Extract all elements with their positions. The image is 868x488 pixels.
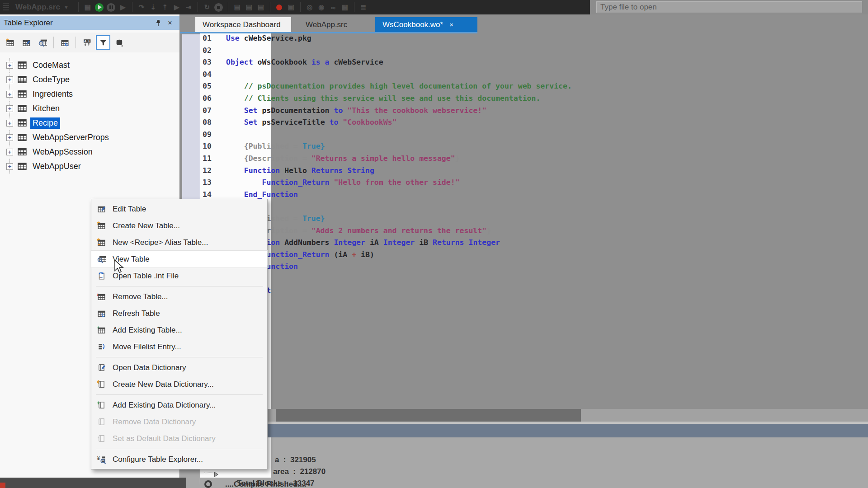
tree-item-webappuser[interactable]: +WebAppUser	[0, 159, 179, 174]
tab-workspace-dashboard[interactable]: Workspace Dashboard	[195, 17, 291, 32]
tree-item-codemast[interactable]: +CodeMast	[0, 58, 179, 72]
table-browse-icon[interactable]: ▦	[339, 2, 351, 13]
menu-item-add-existing-data-dictionary[interactable]: +Add Existing Data Dictionary...	[91, 397, 267, 413]
scrollbar-thumb[interactable]	[276, 409, 581, 422]
code-line: 01Use cWebService.pkg	[203, 34, 572, 46]
expand-icon[interactable]: +	[6, 163, 13, 170]
find-icon[interactable]: ∞	[327, 2, 339, 13]
tree-guide	[204, 473, 212, 473]
close-icon[interactable]: ×	[449, 21, 453, 28]
menu-separator	[96, 394, 263, 395]
move-filelist-icon	[97, 343, 108, 351]
step-into-icon[interactable]: ⇣	[147, 2, 159, 13]
add-existing-dd-icon: +	[97, 401, 108, 409]
menu-item-move-filelist-entry[interactable]: Move Filelist Entry...	[91, 338, 267, 355]
tree-item-label: Ingredients	[30, 89, 75, 100]
run-icon[interactable]	[94, 2, 105, 13]
database-explorer-icon[interactable]: ▤	[255, 2, 267, 13]
expand-icon[interactable]: +	[6, 76, 13, 83]
set-next-statement-icon[interactable]: ⇥	[183, 2, 194, 13]
toolbar-grip[interactable]	[3, 3, 9, 12]
open-int-file-icon: int	[97, 272, 108, 280]
expand-icon[interactable]: +	[6, 91, 13, 98]
code-line: 03Object oWsCookbook is a cWebService	[203, 58, 572, 70]
expand-icon[interactable]: +	[6, 149, 13, 155]
tree-item-webappserverprops[interactable]: +WebAppServerProps	[0, 130, 179, 145]
toolbar-separator	[228, 2, 228, 12]
close-icon[interactable]: ×	[164, 18, 176, 28]
tree-item-codetype[interactable]: +CodeType	[0, 72, 179, 87]
code-line: 10 {Published = True}	[203, 142, 572, 154]
step-icon[interactable]: ▶	[117, 2, 129, 13]
toolbar-separator	[78, 2, 79, 12]
project-selector[interactable]: WebApp.src ▼	[9, 3, 75, 12]
code-text: {Published = True}	[226, 142, 325, 154]
menu-item-open-data-dictionary[interactable]: Open Data Dictionary	[91, 359, 267, 376]
tree-item-webappsession[interactable]: +WebAppSession	[0, 145, 179, 159]
menu-item-refresh-table[interactable]: ↻Refresh Table	[91, 305, 267, 322]
refresh-table-icon[interactable]: ↻	[57, 35, 72, 50]
web-watch-icon[interactable]: ◉	[316, 2, 327, 13]
svg-text:1: 1	[88, 39, 90, 42]
toolbar-separator	[354, 2, 354, 12]
filter-tables-icon[interactable]	[96, 35, 110, 50]
edit-table-icon[interactable]	[19, 35, 33, 50]
menu-item-label: Create New Data Dictionary...	[113, 380, 214, 389]
compile-icon[interactable]: ▦	[82, 2, 94, 13]
tree-item-recipe[interactable]: +Recipe	[0, 116, 179, 130]
svg-text:int: int	[99, 276, 103, 279]
configure-icon: ¥	[97, 455, 108, 464]
connection-icon[interactable]	[112, 35, 127, 50]
breakpoint-list-icon[interactable]: ▣	[285, 2, 297, 13]
tab-wscookbook-active[interactable]: WsCookbook.wo* ×	[375, 17, 477, 32]
menu-item-label: Move Filelist Entry...	[113, 343, 181, 352]
sort-tables-icon[interactable]: A1	[80, 35, 94, 50]
code-text: // Clients using this service will see a…	[226, 94, 540, 106]
menu-item-new-recipe-alias-table[interactable]: ✱New <Recipe> Alias Table...	[91, 234, 267, 251]
editor-tab-bar: Workspace Dashboard WebApp.src WsCookboo…	[180, 17, 868, 32]
breakpoint-icon[interactable]	[274, 2, 285, 13]
redo-icon[interactable]: ↷	[136, 2, 147, 13]
menu-item-configure-table-explorer[interactable]: ¥Configure Table Explorer...	[91, 451, 267, 468]
create-new-dd-icon: ✱	[97, 380, 108, 389]
expand-icon[interactable]: +	[6, 62, 13, 69]
menu-item-create-new-table[interactable]: ✱Create New Table...	[91, 217, 267, 234]
menu-item-create-new-data-dictionary[interactable]: ✱Create New Data Dictionary...	[91, 376, 267, 393]
file-open-input[interactable]: Type file to open	[596, 1, 862, 13]
run-to-cursor-icon[interactable]: ▶	[171, 2, 183, 13]
edit-table-icon	[97, 205, 108, 213]
panel-toolbar-separator	[75, 37, 76, 48]
restart-icon[interactable]: ↻	[201, 2, 213, 13]
pin-icon[interactable]	[152, 18, 164, 28]
table-icon	[18, 148, 27, 156]
code-line: 08 Set psServiceTitle to "CookbookWs"	[203, 118, 572, 130]
line-number: 05	[203, 82, 219, 94]
expand-icon[interactable]: +	[6, 120, 13, 127]
watch-icon[interactable]: ◎	[304, 2, 316, 13]
menu-item-label: New <Recipe> Alias Table...	[113, 238, 208, 247]
tree-item-ingredients[interactable]: +Ingredients	[0, 87, 179, 101]
table-context-menu: Edit Table✱Create New Table...✱New <Reci…	[91, 199, 268, 469]
database-tables-icon[interactable]: ▤	[243, 2, 255, 13]
pause-icon[interactable]	[105, 2, 117, 13]
create-new-table-icon[interactable]: ✱	[3, 35, 17, 50]
menu-item-remove-table[interactable]: ×Remove Table...	[91, 288, 267, 305]
list-icon[interactable]: ≣	[358, 2, 369, 13]
tree-item-kitchen[interactable]: +Kitchen	[0, 101, 179, 116]
menu-item-edit-table[interactable]: Edit Table	[91, 201, 267, 217]
expand-arrow-icon[interactable]	[214, 472, 218, 477]
tab-webapp-src[interactable]: WebApp.src	[298, 17, 364, 32]
table-icon	[18, 61, 27, 69]
view-table-icon[interactable]	[35, 35, 50, 50]
toolbar-separator	[300, 2, 301, 12]
expand-icon[interactable]: +	[6, 134, 13, 141]
horizontal-scrollbar[interactable]	[200, 409, 868, 422]
expand-icon[interactable]: +	[6, 105, 13, 112]
menu-item-add-existing-table[interactable]: +Add Existing Table...	[91, 322, 267, 338]
menu-separator	[96, 357, 263, 357]
line-number: 12	[203, 166, 219, 178]
stop-icon[interactable]	[213, 2, 225, 13]
panel-title: Table Explorer	[4, 19, 53, 28]
step-out-icon[interactable]: ⇡	[159, 2, 171, 13]
database-icon[interactable]: ▤	[231, 2, 243, 13]
